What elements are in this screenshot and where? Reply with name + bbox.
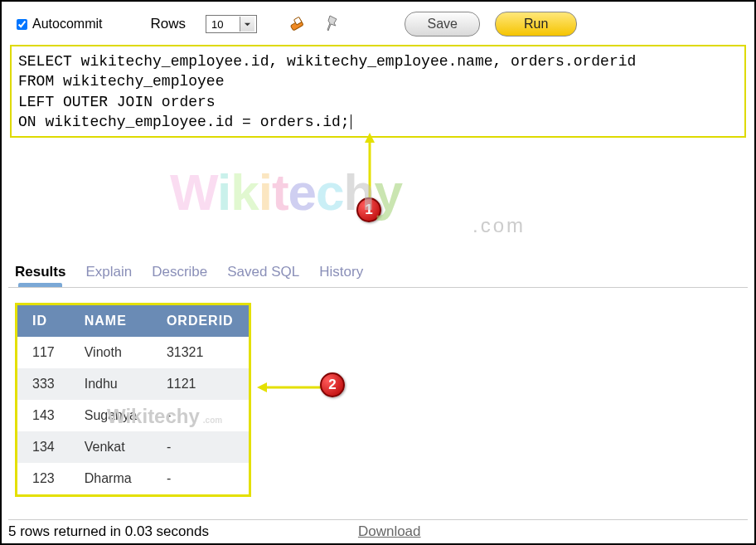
autocommit-label: Autocommit <box>32 17 102 32</box>
result-table: ID NAME ORDERID 117 Vinoth 31321 333 Ind… <box>17 305 249 494</box>
callout-2: 2 <box>320 372 345 397</box>
text-cursor <box>351 114 351 129</box>
col-name[interactable]: NAME <box>70 305 152 337</box>
results-area: ID NAME ORDERID 117 Vinoth 31321 333 Ind… <box>8 288 748 500</box>
sql-editor[interactable]: SELECT wikitechy_employee.id, wikitechy_… <box>10 45 746 138</box>
col-orderid[interactable]: ORDERID <box>152 305 249 337</box>
autocommit-checkbox-wrap: Autocommit <box>17 17 102 32</box>
rows-select-value: 10 <box>208 18 240 31</box>
status-row: 5 rows returned in 0.03 seconds Download <box>8 519 748 543</box>
watermark-dotcom: .com <box>472 214 526 237</box>
sql-text: SELECT wikitechy_employee.id, wikitechy_… <box>18 53 636 130</box>
run-button[interactable]: Run <box>495 12 577 36</box>
table-row: 134 Venkat - <box>17 431 249 463</box>
result-tabs: Results Explain Describe Saved SQL Histo… <box>8 260 748 288</box>
table-row: 333 Indhu 1121 <box>17 368 249 400</box>
chevron-down-icon <box>240 17 254 32</box>
arrow-2 <box>257 379 323 396</box>
table-row: 123 Dharma - <box>17 463 249 494</box>
download-link[interactable]: Download <box>358 523 421 540</box>
svg-marker-3 <box>365 133 375 143</box>
table-row: 143 Suganya - <box>17 400 249 431</box>
rows-label: Rows <box>150 16 186 32</box>
table-row: 117 Vinoth 31321 <box>17 337 249 368</box>
tab-describe[interactable]: Describe <box>152 264 207 285</box>
svg-marker-5 <box>257 382 267 392</box>
tab-saved-sql[interactable]: Saved SQL <box>227 264 299 285</box>
pin-icon[interactable] <box>323 14 342 34</box>
tab-results[interactable]: Results <box>15 264 65 285</box>
autocommit-checkbox[interactable] <box>17 19 27 30</box>
col-id[interactable]: ID <box>17 305 70 337</box>
eraser-icon[interactable] <box>288 15 308 33</box>
toolbar: Autocommit Rows 10 Save Run <box>8 10 748 45</box>
watermark-area: 1 Wikitechy .com <box>8 138 748 260</box>
save-button[interactable]: Save <box>405 12 479 36</box>
tab-history[interactable]: History <box>319 264 363 285</box>
table-header-row: ID NAME ORDERID <box>17 305 249 337</box>
status-text: 5 rows returned in 0.03 seconds <box>8 523 209 540</box>
result-table-wrap: ID NAME ORDERID 117 Vinoth 31321 333 Ind… <box>15 303 251 497</box>
rows-select[interactable]: 10 <box>206 15 257 33</box>
watermark-logo: Wikitechy <box>170 163 402 221</box>
tab-explain[interactable]: Explain <box>85 264 132 285</box>
